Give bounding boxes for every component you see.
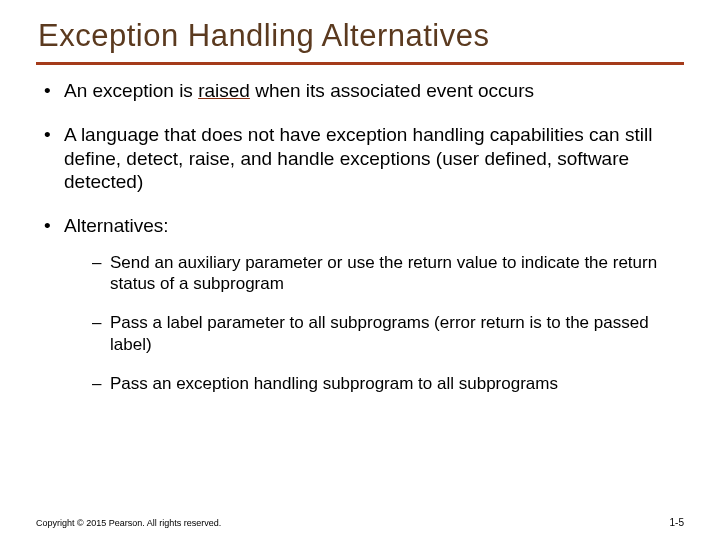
sub-bullet-list: Send an auxiliary parameter or use the r… [64,252,684,394]
slide-title: Exception Handling Alternatives [38,18,684,54]
bullet-text: A language that does not have exception … [64,124,652,193]
sub-bullet-item: Send an auxiliary parameter or use the r… [92,252,684,295]
sub-bullet-text: Send an auxiliary parameter or use the r… [110,253,657,293]
bullet-text: Alternatives: [64,215,169,236]
bullet-text-pre: An exception is [64,80,198,101]
bullet-item: Alternatives: Send an auxiliary paramete… [44,214,684,394]
bullet-item: An exception is raised when its associat… [44,79,684,103]
slide: Exception Handling Alternatives An excep… [0,0,720,540]
bullet-text-post: when its associated event occurs [250,80,534,101]
bullet-text-underlined: raised [198,80,250,101]
bullet-list: An exception is raised when its associat… [36,79,684,394]
sub-bullet-text: Pass a label parameter to all subprogram… [110,313,649,353]
page-number: 1-5 [670,517,684,528]
sub-bullet-item: Pass an exception handling subprogram to… [92,373,684,394]
copyright-footer: Copyright © 2015 Pearson. All rights res… [36,518,221,528]
sub-bullet-item: Pass a label parameter to all subprogram… [92,312,684,355]
sub-bullet-text: Pass an exception handling subprogram to… [110,374,558,393]
title-divider [36,62,684,65]
bullet-item: A language that does not have exception … [44,123,684,194]
